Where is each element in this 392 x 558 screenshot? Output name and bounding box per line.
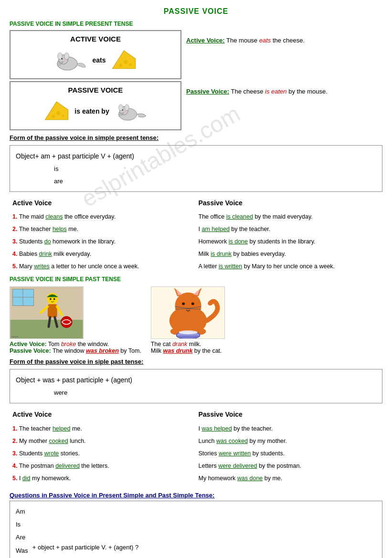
formula-are: are [54,175,376,188]
past-passive-line2: Milk was drunk by the cat. [151,347,225,354]
active-action-word: eats [92,56,106,64]
past-active-line1: Active Voice: Tom broke the window. [10,341,141,347]
q-is: Is [16,518,31,531]
svg-point-3 [64,53,69,60]
questions-box: Am Is Are Was Were + object + past parti… [10,501,382,558]
svg-point-19 [124,111,126,112]
active-col-header-past: Active Voice [12,409,194,420]
form-label-past: Form of the passive voice in siple past … [10,358,382,365]
q-am: Am [16,505,31,518]
examples-column: Active Voice: The mouse eats the cheese. [186,30,382,79]
table-row: 1. The maid cleans the office everyday. … [11,211,381,222]
svg-point-7 [123,60,127,63]
passive-verb: is eaten [265,88,287,95]
svg-point-8 [119,63,122,67]
q-was: Was [16,544,31,557]
svg-point-9 [129,63,132,66]
svg-point-27 [50,298,52,300]
active-example-line: Active Voice: The mouse eats the cheese. [186,35,382,46]
svg-marker-10 [45,101,68,119]
svg-rect-29 [48,305,57,317]
active-col-header: Active Voice [12,198,194,208]
svg-point-28 [53,298,55,300]
passive-action-word: is eaten by [74,107,109,115]
table-row: 3. Students wrote stories. Stories were … [11,448,381,459]
form-label-present: Form of the passive voice in simple pres… [10,134,382,141]
active-voice-label: ACTIVE VOICE [14,35,177,43]
table-row: 4. The postman delivered the letters. Le… [11,460,381,472]
past-passive-line1: Passive Voice: The window was broken by … [10,347,141,354]
table-row: 2. My mother cooked lunch. Lunch was coo… [11,435,381,447]
passive-example-line: Passive Voice: The cheese is eaten by th… [186,86,382,97]
svg-marker-6 [112,50,135,68]
cat-image [151,286,225,339]
page-title: PASSIVE VOICE [10,7,382,16]
cheese-icon-passive [43,98,70,125]
past-tense-images: freepik Active Voice: Tom broke the wind… [10,286,382,354]
table-row: 3. Students do homework in the library. … [11,236,381,247]
questions-section: Questions in Passive Voice in Present Si… [10,492,382,558]
section2-header: PASSIVE VOICE IN SIMPLE PAST TENSE [10,276,382,283]
passive-voice-label: PASSIVE VOICE [14,86,177,94]
svg-line-32 [49,317,50,327]
present-tense-table: Active Voice Passive Voice 1. The maid c… [10,196,382,273]
svg-point-17 [125,105,129,111]
table-row: 2. The teacher helps me. I am helped by … [11,223,381,235]
passive-voice-link: Passive Voice: [186,88,229,95]
passive-col-header-past: Passive Voice [199,409,380,420]
formula-were: were [54,387,376,399]
section1-header: PASSIVE VOICE IN SIMPLE PRESENT TENSE [10,21,382,27]
table-row: 4. Babies drink milk everyday. Milk is d… [11,248,381,260]
formula-is: is [54,163,376,175]
active-voice-link: Active Voice: [186,37,225,44]
formula-box-past: Object + was + past participle + (agent)… [10,369,382,403]
svg-point-38 [175,293,201,319]
past-tense-table: Active Voice Passive Voice 1. The teache… [10,407,382,484]
passive-col-header: Passive Voice [199,198,380,208]
active-voice-box: ACTIVE VOICE eats [10,30,181,79]
svg-point-5 [64,60,66,61]
questions-row: Am Is Are Was Were + object + past parti… [16,505,376,558]
formula-main-past: Object + was + past participle + (agent) [16,373,376,387]
table-row: 5. I did my homework. My homework was do… [11,473,381,484]
svg-point-11 [56,111,60,115]
formula-box-present: Object+ am + past participle V + (agent)… [10,145,382,192]
q-are: Are [16,531,31,544]
svg-point-45 [182,303,185,305]
boy-image: freepik [10,286,84,339]
svg-point-18 [122,109,123,111]
svg-point-34 [61,316,72,328]
svg-point-12 [52,115,55,118]
cheese-icon [111,47,137,74]
questions-header: Questions in Passive Voice in Present Si… [10,492,382,499]
svg-point-55 [179,331,197,335]
passive-example-column: Passive Voice: The cheese is eaten by th… [186,81,382,130]
svg-point-4 [62,58,63,60]
svg-point-46 [191,303,194,305]
mouse-icon [54,46,87,74]
past-active-line2: The cat drank milk. [151,341,225,347]
q-formula: + object + past participle V. + (agent) … [32,540,138,554]
table-row: 5. Mary writes a letter to her uncle onc… [11,261,381,272]
svg-point-13 [62,114,65,117]
active-verb: eats [259,37,271,44]
table-row: 1. The teacher helped me. I was helped b… [11,423,381,434]
svg-text:freepik: freepik [11,336,18,338]
formula-main-present: Object+ am + past participle V + (agent) [16,149,376,163]
passive-voice-box: PASSIVE VOICE is eaten by [10,81,181,130]
mouse-icon-passive [114,97,148,126]
